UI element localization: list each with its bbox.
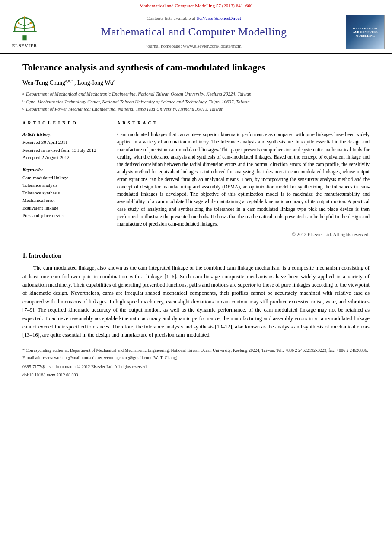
journal-title: Mathematical and Computer Modelling (101, 24, 287, 40)
sciverse-link[interactable]: SciVerse ScienceDirect (197, 16, 241, 21)
svg-line-5 (16, 28, 25, 29)
svg-point-10 (32, 26, 35, 28)
section-divider (22, 245, 370, 245)
svg-line-6 (25, 28, 33, 29)
email-note: E-mail addresses: wtchang@mail.ntou.edu.… (22, 354, 370, 361)
journal-citation-bar: Mathematical and Computer Modelling 57 (… (0, 0, 392, 11)
history-received: Received 30 April 2011 (22, 139, 107, 146)
author1-name: Wen-Tung Chang (22, 80, 65, 86)
keyword-4: Mechanical error (22, 197, 107, 204)
keyword-6: Pick-and-place device (22, 212, 107, 219)
svg-rect-0 (22, 35, 26, 40)
authors-line: Wen-Tung Changa,b,* , Long-Iong Wuc (22, 78, 370, 87)
journal-cover-title: MATHEMATICAL AND COMPUTER MODELLING (352, 27, 378, 38)
elsevier-wordmark: ELSEVIER (12, 43, 38, 49)
keyword-1: Cam-modulated linkage (22, 175, 107, 181)
elsevier-tree-icon (10, 16, 40, 41)
journal-cover-image: MATHEMATICAL AND COMPUTER MODELLING (346, 15, 385, 49)
author1-sup: a,b,* (65, 79, 73, 83)
abstract-text: Cam-modulated linkages that can achieve … (117, 131, 370, 228)
history-revised: Received in revised form 13 July 2012 (22, 147, 107, 153)
affiliation-c: c Department of Power Mechanical Enginee… (22, 105, 370, 113)
two-column-section: A R T I C L E I N F O Article history: R… (22, 120, 370, 238)
intro-paragraph-1: The cam-modulated linkage, also known as… (22, 264, 370, 339)
article-info-column: A R T I C L E I N F O Article history: R… (22, 120, 107, 238)
issn-line: 0895-7177/$ – see front matter © 2012 El… (22, 363, 370, 370)
contents-line: Contents lists available at SciVerse Sci… (147, 15, 241, 22)
journal-citation-text: Mathematical and Computer Modelling 57 (… (140, 3, 253, 8)
svg-point-9 (15, 26, 17, 28)
svg-point-7 (18, 22, 20, 24)
doi-line: doi:10.1016/j.mcm.2012.08.003 (22, 372, 370, 378)
keyword-3: Tolerance synthesis (22, 190, 107, 196)
footnotes: * Corresponding author at: Department of… (22, 347, 370, 378)
article-info-heading: A R T I C L E I N F O (22, 120, 107, 127)
elsevier-logo: ELSEVIER (10, 16, 40, 49)
footnote-divider (22, 344, 109, 344)
main-content: Tolerance analysis and synthesis of cam-… (0, 54, 392, 385)
keywords-label: Keywords: (22, 166, 107, 173)
journal-title-area: Contents lists available at SciVerse Sci… (48, 15, 339, 49)
abstract-column: A B S T R A C T Cam-modulated linkages t… (117, 120, 370, 238)
paper-title: Tolerance analysis and synthesis of cam-… (22, 61, 370, 74)
journal-homepage: journal homepage: www.elsevier.com/locat… (146, 43, 241, 49)
corresponding-author-note: * Corresponding author at: Department of… (22, 347, 370, 353)
elsevier-logo-area: ELSEVIER (5, 15, 44, 49)
svg-point-11 (24, 16, 26, 19)
abstract-heading: A B S T R A C T (117, 120, 370, 127)
article-history-label: Article history: (22, 131, 107, 137)
svg-line-3 (19, 23, 25, 26)
svg-point-8 (30, 22, 32, 24)
svg-line-4 (25, 23, 31, 26)
copyright-notice: © 2012 Elsevier Ltd. All rights reserved… (117, 231, 370, 238)
affiliation-b: b Opto-Mechatronics Technology Center, N… (22, 98, 370, 106)
author2-sup: c (113, 79, 115, 83)
svg-rect-1 (13, 31, 36, 32)
author2-name: , Long-Iong Wu (74, 80, 113, 86)
history-accepted: Accepted 2 August 2012 (22, 154, 107, 161)
keyword-5: Equivalent linkage (22, 205, 107, 211)
keyword-2: Tolerance analysis (22, 182, 107, 188)
journal-cover-area: MATHEMATICAL AND COMPUTER MODELLING (344, 15, 387, 49)
intro-section-title: 1. Introduction (22, 252, 370, 260)
journal-header: ELSEVIER Contents lists available at Sci… (0, 11, 392, 54)
affiliation-a: a Department of Mechanical and Mechatron… (22, 90, 370, 98)
affiliations: a Department of Mechanical and Mechatron… (22, 90, 370, 113)
